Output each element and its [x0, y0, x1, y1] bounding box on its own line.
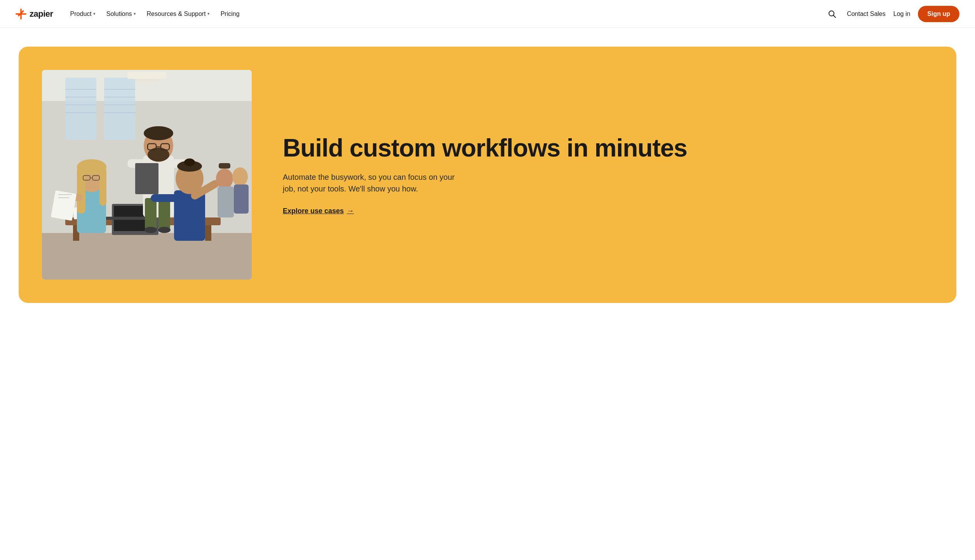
svg-line-4	[834, 15, 836, 17]
nav-item-resources[interactable]: Resources & Support ▾	[142, 7, 214, 21]
svg-rect-47	[99, 167, 106, 206]
zapier-logo-icon	[16, 9, 26, 19]
svg-rect-55	[174, 190, 205, 241]
nav-item-pricing[interactable]: Pricing	[216, 7, 244, 21]
navbar-left: zapier Product ▾ Solutions ▾ Resources &…	[16, 7, 244, 21]
svg-rect-53	[58, 194, 72, 195]
hero-image-container	[42, 70, 252, 280]
signup-button[interactable]: Sign up	[918, 6, 959, 22]
office-scene-svg	[42, 70, 252, 280]
nav-item-product[interactable]: Product ▾	[66, 7, 100, 21]
search-icon	[828, 10, 836, 18]
nav-item-solutions[interactable]: Solutions ▾	[102, 7, 141, 21]
svg-rect-62	[218, 186, 234, 217]
svg-rect-20	[205, 225, 211, 241]
svg-rect-7	[65, 78, 96, 140]
svg-point-64	[232, 167, 248, 186]
svg-rect-42	[135, 163, 158, 194]
logo-text: zapier	[30, 9, 53, 19]
login-button[interactable]: Log in	[893, 10, 911, 17]
svg-point-33	[158, 227, 171, 233]
primary-nav: Product ▾ Solutions ▾ Resources & Suppor…	[66, 7, 244, 21]
hero-content: Build custom workflows in minutes Automa…	[283, 134, 925, 215]
hero-section: Build custom workflows in minutes Automa…	[0, 28, 975, 322]
search-button[interactable]	[825, 7, 839, 21]
svg-point-61	[216, 169, 233, 189]
svg-rect-31	[158, 198, 170, 229]
svg-point-32	[145, 227, 157, 233]
explore-use-cases-link[interactable]: Explore use cases →	[283, 207, 925, 215]
svg-rect-30	[145, 198, 157, 229]
chevron-down-icon: ▾	[134, 11, 136, 16]
hero-office-image	[42, 70, 252, 280]
chevron-down-icon: ▾	[207, 11, 210, 16]
hero-subheadline: Automate the busywork, so you can focus …	[283, 171, 469, 195]
svg-rect-65	[234, 184, 249, 214]
svg-rect-60	[151, 194, 178, 202]
svg-rect-66	[127, 72, 166, 79]
arrow-icon: →	[347, 207, 354, 215]
svg-rect-54	[58, 197, 69, 198]
navbar-right: Contact Sales Log in Sign up	[825, 6, 959, 22]
logo[interactable]: zapier	[16, 9, 53, 19]
chevron-down-icon: ▾	[93, 11, 96, 16]
navbar: zapier Product ▾ Solutions ▾ Resources &…	[0, 0, 975, 28]
contact-sales-link[interactable]: Contact Sales	[847, 10, 886, 17]
hero-card: Build custom workflows in minutes Automa…	[19, 47, 956, 303]
svg-point-58	[184, 158, 195, 166]
svg-point-35	[144, 126, 173, 140]
svg-rect-63	[219, 163, 230, 169]
svg-rect-67	[135, 79, 158, 82]
hero-headline: Build custom workflows in minutes	[283, 134, 925, 162]
svg-rect-8	[104, 78, 135, 140]
svg-rect-46	[77, 167, 85, 214]
